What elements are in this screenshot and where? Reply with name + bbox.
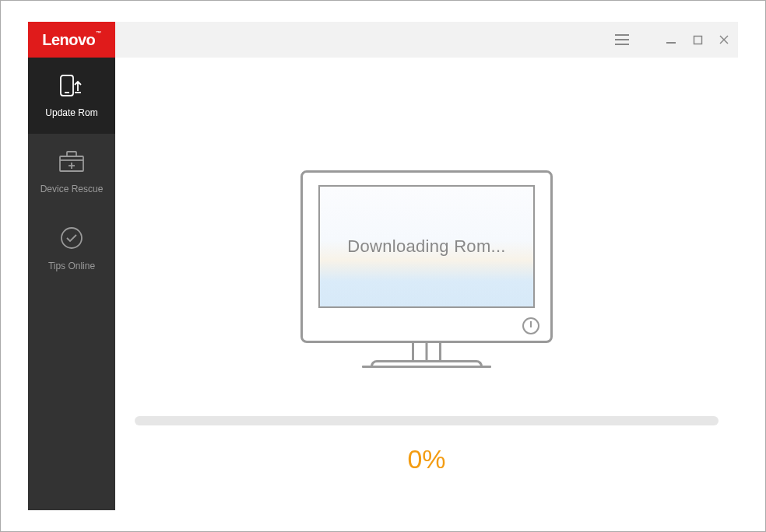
maximize-button[interactable] bbox=[691, 33, 704, 46]
svg-rect-1 bbox=[694, 36, 701, 44]
menu-icon[interactable] bbox=[615, 34, 629, 45]
sidebar-item-label: Device Rescue bbox=[40, 184, 104, 194]
trademark-symbol: ™ bbox=[96, 30, 101, 36]
sidebar-item-update-rom[interactable]: Update Rom bbox=[28, 58, 115, 134]
status-text: Downloading Rom... bbox=[347, 236, 506, 257]
brand-logo: Lenovo ™ bbox=[28, 22, 115, 58]
sidebar: Update Rom Device Rescue Tips Online bbox=[28, 58, 115, 510]
main-content: Downloading Rom... 0% bbox=[115, 58, 738, 510]
brand-name: Lenovo bbox=[42, 31, 95, 49]
power-icon bbox=[522, 317, 539, 334]
progress-bar bbox=[135, 416, 719, 425]
minimize-button[interactable] bbox=[665, 33, 677, 46]
sidebar-item-label: Tips Online bbox=[48, 261, 95, 271]
phone-upload-icon bbox=[54, 74, 89, 100]
close-button[interactable] bbox=[718, 33, 730, 46]
window-controls bbox=[665, 33, 730, 46]
check-circle-icon bbox=[59, 226, 84, 253]
progress-percentage: 0% bbox=[407, 444, 445, 474]
sidebar-item-tips-online[interactable]: Tips Online bbox=[28, 210, 115, 286]
monitor-illustration: Downloading Rom... bbox=[300, 170, 553, 368]
sidebar-item-device-rescue[interactable]: Device Rescue bbox=[28, 134, 115, 210]
svg-point-12 bbox=[61, 228, 82, 248]
first-aid-icon bbox=[58, 150, 86, 176]
svg-rect-8 bbox=[67, 152, 76, 156]
sidebar-item-label: Update Rom bbox=[45, 107, 97, 118]
titlebar bbox=[115, 22, 738, 58]
